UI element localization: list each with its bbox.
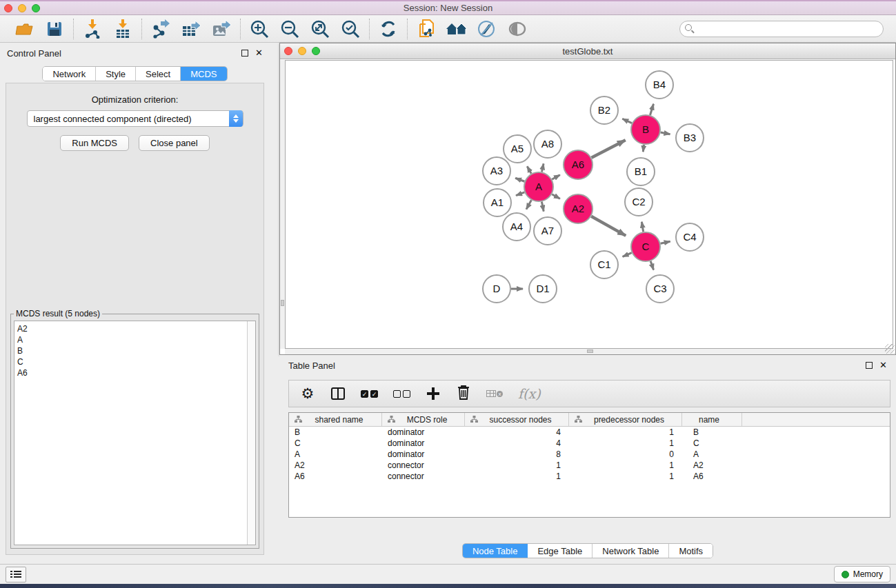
float-panel-icon[interactable] — [241, 50, 248, 57]
table-cell[interactable]: 4 — [465, 438, 569, 448]
task-history-button[interactable] — [6, 567, 26, 582]
graph-edge-A-A3[interactable] — [515, 178, 524, 181]
export-table-button[interactable] — [179, 18, 203, 40]
table-cell[interactable]: 8 — [465, 449, 569, 459]
network-horizontal-scrollbar[interactable] — [285, 349, 893, 354]
tab-edge-table[interactable]: Edge Table — [528, 544, 593, 558]
scrollbar-thumb[interactable] — [281, 300, 284, 306]
table-cell[interactable]: A6 — [289, 472, 382, 481]
table-cell[interactable]: A6 — [682, 472, 742, 481]
table-cell[interactable]: 1 — [569, 427, 682, 437]
export-network-button[interactable] — [149, 18, 172, 40]
table-cell[interactable]: 1 — [569, 472, 682, 481]
delete-column-button[interactable] — [456, 385, 471, 403]
graph-node-D[interactable]: D — [483, 275, 510, 303]
tab-select[interactable]: Select — [136, 67, 181, 81]
table-row[interactable]: A6connector11A6 — [289, 471, 890, 482]
select-all-columns-button[interactable]: ✓✓ — [361, 385, 378, 403]
graph-node-B[interactable]: B — [631, 115, 660, 144]
apply-layout-button[interactable] — [377, 18, 400, 40]
table-cell[interactable]: B — [289, 427, 382, 437]
table-cell[interactable]: 1 — [569, 438, 682, 448]
hide-annotations-button[interactable] — [475, 18, 499, 40]
table-cell[interactable]: 1 — [465, 460, 569, 470]
graph-edge-A-A6[interactable] — [552, 175, 560, 180]
graph-node-C1[interactable]: C1 — [590, 251, 618, 278]
graph-node-B3[interactable]: B3 — [676, 124, 704, 152]
show-graphics-details-button[interactable] — [506, 18, 529, 40]
memory-button[interactable]: Memory — [834, 566, 890, 582]
mcds-result-item[interactable]: A2 — [17, 323, 244, 334]
table-row[interactable]: Adominator80A — [289, 449, 890, 460]
column-header-predecessor-nodes[interactable]: predecessor nodes — [569, 413, 682, 426]
graph-edge-A2-C[interactable] — [591, 216, 626, 236]
tab-node-table[interactable]: Node Table — [463, 544, 528, 558]
graph-node-A5[interactable]: A5 — [504, 135, 531, 163]
run-mcds-button[interactable]: Run MCDS — [60, 135, 129, 151]
table-cell[interactable]: C — [682, 438, 742, 448]
zoom-out-button[interactable] — [278, 18, 301, 40]
network-canvas[interactable]: AA1A2A3A4A5A6A7A8BB1B2B3B4CC1C2C3C4DD1 — [285, 60, 893, 349]
graph-edge-C-C3[interactable] — [650, 261, 653, 270]
close-panel-icon[interactable]: ✕ — [879, 362, 887, 369]
graph-edge-C-C2[interactable] — [641, 222, 643, 232]
graph-node-A2[interactable]: A2 — [564, 194, 593, 223]
graph-node-C[interactable]: C — [631, 232, 660, 261]
graph-node-A7[interactable]: A7 — [534, 217, 561, 245]
resize-grip[interactable] — [885, 344, 895, 354]
graph-node-C3[interactable]: C3 — [646, 275, 674, 303]
graph-node-D1[interactable]: D1 — [529, 275, 557, 303]
mcds-result-item[interactable]: A6 — [17, 367, 244, 378]
tab-network[interactable]: Network — [43, 67, 96, 81]
graph-node-B4[interactable]: B4 — [646, 71, 673, 99]
optimization-criterion-select[interactable]: largest connected component (directed) — [27, 110, 243, 127]
column-header-MCDS-role[interactable]: MCDS role — [382, 413, 465, 426]
graph-edge-B-B1[interactable] — [643, 145, 644, 152]
table-cell[interactable]: dominator — [382, 427, 465, 437]
float-panel-icon[interactable] — [866, 362, 873, 369]
table-row[interactable]: Bdominator41B — [289, 427, 890, 438]
tab-mcds[interactable]: MCDS — [181, 67, 226, 81]
tab-motifs[interactable]: Motifs — [669, 544, 713, 558]
table-cell[interactable]: A — [289, 449, 382, 459]
column-header-shared-name[interactable]: shared name — [289, 413, 382, 426]
delete-table-button[interactable]: x — [486, 385, 503, 403]
table-cell[interactable]: A2 — [682, 460, 742, 470]
table-row[interactable]: Cdominator41C — [289, 438, 890, 449]
graph-node-A[interactable]: A — [524, 172, 553, 201]
graph-node-A6[interactable]: A6 — [564, 150, 593, 179]
show-all-networks-button[interactable] — [445, 18, 468, 40]
graph-edge-A-A1[interactable] — [516, 192, 524, 196]
graph-node-A8[interactable]: A8 — [534, 130, 561, 158]
table-cell[interactable]: B — [682, 427, 742, 437]
zoom-in-button[interactable] — [248, 18, 271, 40]
deselect-all-columns-button[interactable] — [393, 385, 410, 403]
graph-edge-B-B4[interactable] — [650, 104, 653, 115]
graph-edge-C-C1[interactable] — [623, 253, 632, 257]
table-cell[interactable]: C — [289, 438, 382, 448]
graph-node-A1[interactable]: A1 — [484, 189, 511, 216]
mcds-result-item[interactable]: C — [17, 356, 244, 367]
table-cell[interactable]: dominator — [382, 449, 465, 459]
zoom-selected-button[interactable] — [339, 18, 362, 40]
clone-network-button[interactable] — [415, 18, 438, 40]
table-cell[interactable]: 1 — [465, 472, 569, 481]
column-header-name[interactable]: name — [682, 413, 742, 426]
graph-edge-B-B2[interactable] — [622, 119, 632, 123]
table-cell[interactable]: connector — [382, 460, 465, 470]
import-network-button[interactable] — [81, 18, 104, 40]
graph-edge-A-A8[interactable] — [542, 163, 544, 172]
graph-edge-A-A7[interactable] — [541, 202, 544, 212]
toggle-column-view-button[interactable] — [330, 385, 346, 403]
table-cell[interactable]: dominator — [382, 438, 465, 448]
table-cell[interactable]: 4 — [465, 427, 569, 437]
table-cell[interactable]: connector — [382, 472, 465, 481]
network-vertical-scrollbar[interactable] — [280, 60, 285, 349]
graph-edge-A6-B[interactable] — [592, 140, 626, 158]
open-session-button[interactable] — [12, 18, 36, 40]
tab-network-table[interactable]: Network Table — [593, 544, 669, 558]
mcds-result-item[interactable]: A — [17, 334, 244, 345]
graph-edge-C-C4[interactable] — [660, 241, 670, 243]
table-cell[interactable]: A — [682, 449, 742, 459]
graph-node-C2[interactable]: C2 — [625, 188, 653, 216]
